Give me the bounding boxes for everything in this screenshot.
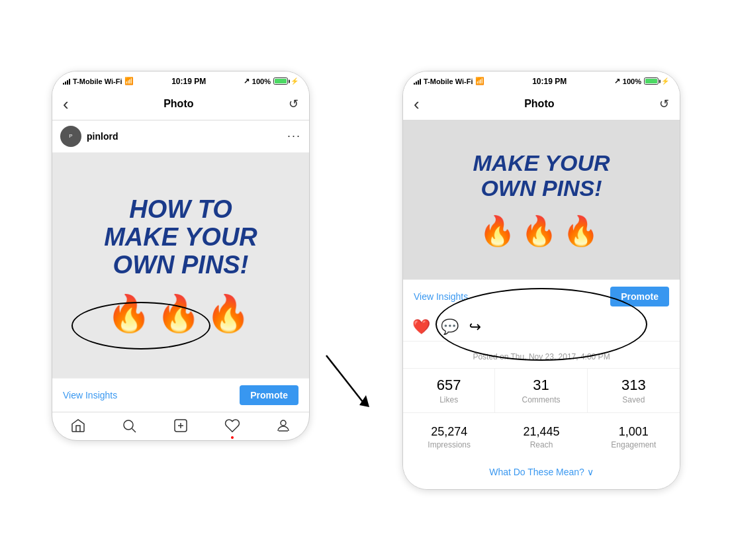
likes-value: 657 bbox=[408, 377, 489, 394]
right-status-bar: T-Mobile Wi-Fi 📶 10:19 PM ↗ 100% ⚡ bbox=[403, 71, 680, 89]
battery-percent: 100% bbox=[252, 77, 271, 85]
primary-stats-grid: 657 Likes 31 Comments 313 Saved bbox=[403, 369, 680, 413]
tab-home[interactable] bbox=[70, 418, 86, 438]
reaction-bar: ❤️ 💬 ↩ bbox=[403, 313, 680, 342]
left-status-bar: T-Mobile Wi-Fi 📶 10:19 PM ↗ 100% ⚡ bbox=[52, 71, 309, 89]
profile-name: pinlord bbox=[87, 131, 118, 142]
arrow-annotation bbox=[320, 349, 373, 428]
engagement-stat: 1,001 Engagement bbox=[588, 420, 680, 455]
right-post-title: MAKE YOUR OWN PINS! bbox=[473, 151, 610, 201]
saved-stat: 313 Saved bbox=[588, 369, 680, 412]
post-title: HOW TO MAKE YOUR OWN PINS! bbox=[104, 196, 257, 279]
left-nav-title: Photo bbox=[163, 98, 193, 110]
view-insights-link[interactable]: View Insights bbox=[63, 390, 117, 400]
right-location-icon: ↗ bbox=[614, 77, 620, 85]
impressions-stat: 25,274 Impressions bbox=[403, 420, 495, 455]
right-fire-emojis: 🔥🔥🔥 bbox=[479, 214, 604, 248]
left-refresh-button[interactable]: ↺ bbox=[289, 97, 298, 111]
left-back-button[interactable]: ‹ bbox=[63, 94, 69, 115]
right-promote-button[interactable]: Promote bbox=[610, 287, 669, 306]
saved-value: 313 bbox=[593, 377, 674, 394]
right-view-insights-link[interactable]: View Insights bbox=[414, 291, 468, 302]
right-carrier-text: T-Mobile Wi-Fi bbox=[424, 77, 473, 85]
likes-label: Likes bbox=[408, 395, 489, 404]
comments-label: Comments bbox=[500, 395, 581, 404]
right-status-right: ↗ 100% ⚡ bbox=[614, 77, 669, 85]
tab-heart[interactable] bbox=[224, 418, 240, 438]
stats-section: Posted on Thu, Nov 23, 2017, 4:00 PM 657… bbox=[403, 342, 680, 489]
reach-stat: 21,445 Reach bbox=[495, 420, 587, 455]
signal-icon bbox=[63, 78, 70, 85]
location-icon: ↗ bbox=[244, 77, 250, 85]
left-phone: T-Mobile Wi-Fi 📶 10:19 PM ↗ 100% ⚡ ‹ Pho… bbox=[52, 71, 310, 441]
right-time: 10:19 PM bbox=[532, 77, 567, 86]
impressions-label: Impressions bbox=[408, 440, 490, 449]
likes-stat: 657 Likes bbox=[403, 369, 495, 412]
heart-dot bbox=[231, 436, 234, 439]
promote-button[interactable]: Promote bbox=[240, 385, 298, 405]
right-action-bar: View Insights Promote bbox=[403, 279, 680, 313]
reach-value: 21,445 bbox=[500, 425, 582, 439]
carrier-text: T-Mobile Wi-Fi bbox=[73, 77, 122, 85]
wifi-icon: 📶 bbox=[124, 77, 134, 85]
secondary-stats-grid: 25,274 Impressions 21,445 Reach 1,001 En… bbox=[403, 413, 680, 461]
left-nav-bar: ‹ Photo ↺ bbox=[52, 89, 309, 120]
impressions-value: 25,274 bbox=[408, 425, 490, 439]
profile-info: P pinlord bbox=[60, 126, 118, 147]
comment-reaction[interactable]: 💬 bbox=[441, 318, 459, 336]
left-time: 10:19 PM bbox=[171, 77, 206, 86]
tab-add[interactable] bbox=[173, 418, 189, 438]
engagement-label: Engagement bbox=[593, 440, 674, 449]
comments-stat: 31 Comments bbox=[495, 369, 587, 412]
tab-search[interactable] bbox=[121, 418, 137, 438]
engagement-value: 1,001 bbox=[593, 425, 674, 439]
left-phone-frame: T-Mobile Wi-Fi 📶 10:19 PM ↗ 100% ⚡ ‹ Pho… bbox=[52, 71, 310, 441]
reach-label: Reach bbox=[500, 440, 582, 449]
view-insights-oval-annotation bbox=[71, 302, 210, 350]
tab-bar bbox=[52, 412, 309, 440]
svg-point-5 bbox=[281, 420, 286, 426]
right-battery-percent: 100% bbox=[623, 77, 641, 85]
right-post-image: MAKE YOUR OWN PINS! 🔥🔥🔥 bbox=[403, 120, 680, 279]
share-reaction[interactable]: ↩ bbox=[469, 318, 481, 336]
battery-icon bbox=[273, 77, 288, 85]
what-do-these-mean-link[interactable]: What Do These Mean? ∨ bbox=[403, 461, 680, 483]
charging-icon: ⚡ bbox=[291, 77, 298, 85]
right-back-button[interactable]: ‹ bbox=[414, 94, 420, 115]
svg-marker-8 bbox=[359, 395, 369, 407]
left-action-bar: View Insights Promote bbox=[52, 378, 309, 412]
comments-value: 31 bbox=[500, 377, 581, 394]
heart-reaction[interactable]: ❤️ bbox=[412, 318, 430, 336]
posted-date: Posted on Thu, Nov 23, 2017, 4:00 PM bbox=[403, 348, 680, 369]
avatar: P bbox=[60, 126, 81, 147]
right-phone-frame: T-Mobile Wi-Fi 📶 10:19 PM ↗ 100% ⚡ ‹ Pho… bbox=[402, 71, 680, 490]
right-wifi-icon: 📶 bbox=[475, 77, 484, 85]
left-status-right: ↗ 100% ⚡ bbox=[244, 77, 298, 85]
right-signal-icon bbox=[414, 78, 421, 85]
right-refresh-button[interactable]: ↺ bbox=[659, 97, 669, 111]
right-nav-title: Photo bbox=[524, 98, 554, 110]
left-status-left: T-Mobile Wi-Fi 📶 bbox=[63, 77, 134, 85]
right-charging-icon: ⚡ bbox=[661, 77, 669, 85]
profile-row: P pinlord ··· bbox=[52, 120, 309, 153]
right-phone: T-Mobile Wi-Fi 📶 10:19 PM ↗ 100% ⚡ ‹ Pho… bbox=[402, 71, 680, 490]
right-status-left: T-Mobile Wi-Fi 📶 bbox=[414, 77, 484, 85]
right-nav-bar: ‹ Photo ↺ bbox=[403, 89, 680, 120]
right-battery-icon bbox=[644, 77, 659, 85]
tab-profile[interactable] bbox=[275, 418, 291, 438]
svg-line-1 bbox=[132, 428, 136, 432]
more-button[interactable]: ··· bbox=[287, 129, 301, 143]
saved-label: Saved bbox=[593, 395, 674, 404]
svg-line-7 bbox=[326, 355, 363, 402]
svg-point-0 bbox=[124, 420, 133, 430]
